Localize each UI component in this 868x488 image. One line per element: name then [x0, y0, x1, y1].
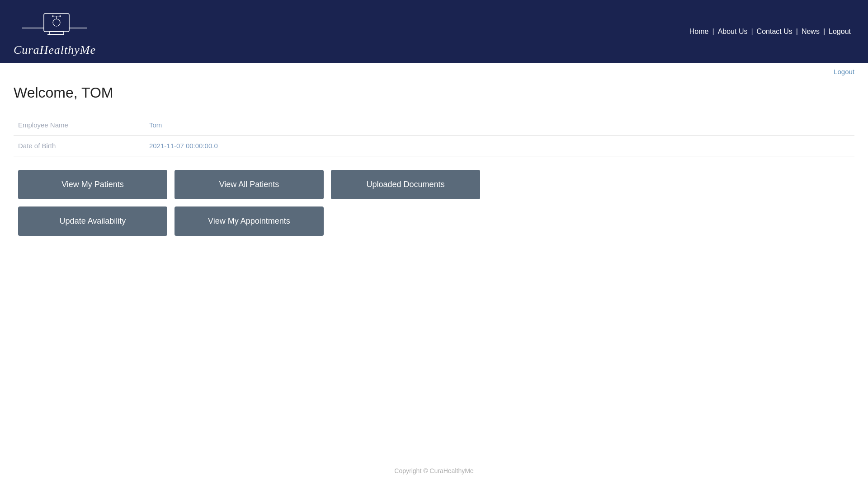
header: CuraHealthyMe Home | About Us | Contact … [0, 0, 868, 63]
dob-label: Date of Birth [14, 136, 145, 156]
buttons-row-1: View My Patients View All Patients Uploa… [18, 170, 854, 199]
sub-header: Logout [0, 63, 868, 80]
nav-logout[interactable]: Logout [825, 28, 854, 36]
employee-name-value: Tom [145, 115, 854, 136]
svg-rect-2 [49, 32, 64, 34]
main-content: Welcome, TOM Employee Name Tom Date of B… [0, 80, 868, 454]
svg-point-4 [53, 19, 60, 26]
nav-contact[interactable]: Contact Us [753, 28, 796, 36]
view-my-patients-button[interactable]: View My Patients [18, 170, 167, 199]
nav-home[interactable]: Home [686, 28, 712, 36]
copyright-text: Copyright © CuraHealthyMe [394, 467, 473, 474]
update-availability-button[interactable]: Update Availability [18, 206, 167, 236]
nav-news[interactable]: News [798, 28, 823, 36]
employee-name-label: Employee Name [14, 115, 145, 136]
action-buttons-section: View My Patients View All Patients Uploa… [18, 170, 854, 236]
employee-info-table: Employee Name Tom Date of Birth 2021-11-… [14, 115, 854, 156]
view-all-patients-button[interactable]: View All Patients [175, 170, 324, 199]
uploaded-documents-button[interactable]: Uploaded Documents [331, 170, 480, 199]
dob-row: Date of Birth 2021-11-07 00:00:00.0 [14, 136, 854, 156]
logo-icon [19, 6, 91, 42]
main-nav: Home | About Us | Contact Us | News | Lo… [686, 28, 854, 36]
buttons-row-2: Update Availability View My Appointments [18, 206, 854, 236]
logo-container: CuraHealthyMe [14, 6, 96, 57]
nav-about[interactable]: About Us [714, 28, 751, 36]
svg-point-8 [59, 15, 61, 17]
footer: Copyright © CuraHealthyMe [0, 454, 868, 488]
employee-name-row: Employee Name Tom [14, 115, 854, 136]
logo-text: CuraHealthyMe [14, 43, 96, 57]
dob-value: 2021-11-07 00:00:00.0 [145, 136, 854, 156]
svg-point-7 [52, 15, 53, 17]
sub-logout-link[interactable]: Logout [834, 68, 854, 75]
view-my-appointments-button[interactable]: View My Appointments [175, 206, 324, 236]
welcome-title: Welcome, TOM [14, 84, 854, 101]
